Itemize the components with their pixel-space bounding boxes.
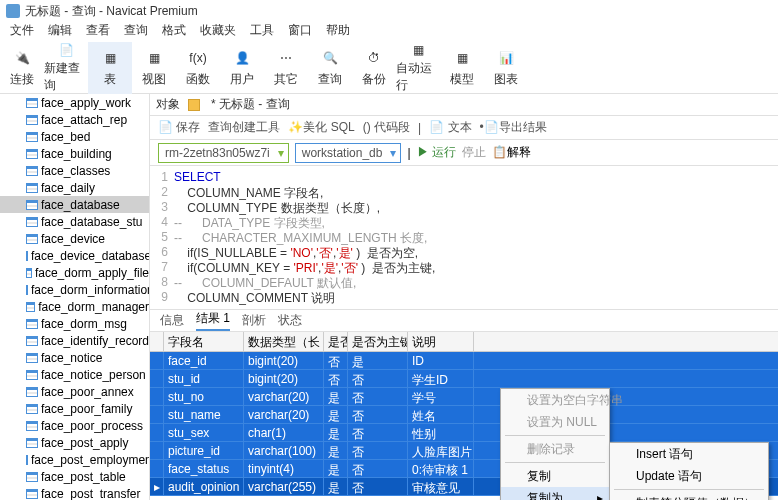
- menu-view[interactable]: 查看: [86, 22, 110, 42]
- menu-fav[interactable]: 收藏夹: [200, 22, 236, 42]
- title-bar: 无标题 - 查询 - Navicat Premium: [0, 0, 778, 22]
- col-header[interactable]: 是否为主键: [348, 332, 408, 351]
- grid-row[interactable]: stu_sexchar(1)是否性别: [150, 424, 778, 442]
- table-face_dorm_manager[interactable]: face_dorm_manager: [0, 298, 149, 315]
- table-icon: [26, 370, 38, 380]
- builder-button[interactable]: 查询创建工具: [208, 119, 280, 136]
- export-button[interactable]: •📄导出结果: [480, 119, 547, 136]
- toolbar-其它[interactable]: ⋯其它: [264, 42, 308, 94]
- table-icon: [26, 115, 38, 125]
- table-face_daily[interactable]: face_daily: [0, 179, 149, 196]
- table-face_notice_person[interactable]: face_notice_person: [0, 366, 149, 383]
- table-face_identify_record[interactable]: face_identify_record: [0, 332, 149, 349]
- ctx-delete[interactable]: 删除记录: [501, 438, 609, 460]
- toolbar-连接[interactable]: 🔌连接: [0, 42, 44, 94]
- toolbar-函数[interactable]: f(x)函数: [176, 42, 220, 94]
- table-face_dorm_information[interactable]: face_dorm_information: [0, 281, 149, 298]
- toolbar-用户[interactable]: 👤用户: [220, 42, 264, 94]
- ctx-set-blank[interactable]: 设置为空白字符串: [501, 389, 609, 411]
- table-icon: [26, 234, 38, 244]
- table-face_dorm_msg[interactable]: face_dorm_msg: [0, 315, 149, 332]
- menu-edit[interactable]: 编辑: [48, 22, 72, 42]
- context-submenu: Insert 语句 Update 语句 制表符分隔值（数据） 制表符分隔值（字段…: [609, 442, 769, 500]
- beautify-button[interactable]: ✨美化 SQL: [288, 119, 354, 136]
- table-face_post_table[interactable]: face_post_table: [0, 468, 149, 485]
- table-icon: [26, 472, 38, 482]
- database-combo[interactable]: workstation_db: [295, 143, 402, 163]
- table-face_poor_annex[interactable]: face_poor_annex: [0, 383, 149, 400]
- menu-tools[interactable]: 工具: [250, 22, 274, 42]
- sidebar-tree[interactable]: face_apply_workface_attach_repface_bedfa…: [0, 94, 150, 500]
- table-face_device[interactable]: face_device: [0, 230, 149, 247]
- menu-format[interactable]: 格式: [162, 22, 186, 42]
- table-icon: [26, 489, 38, 499]
- table-face_post_employmen[interactable]: face_post_employmen: [0, 451, 149, 468]
- table-face_poor_family[interactable]: face_poor_family: [0, 400, 149, 417]
- grid-header: 字段名数据类型（长是否为空是否为主键说明: [150, 332, 778, 352]
- toolbar-新建查询[interactable]: 📄新建查询: [44, 42, 88, 94]
- grid-row[interactable]: stu_idbigint(20)否否学生ID: [150, 370, 778, 388]
- col-header[interactable]: 说明: [408, 332, 474, 351]
- table-face_poor_process[interactable]: face_poor_process: [0, 417, 149, 434]
- table-face_dorm_apply_file[interactable]: face_dorm_apply_file: [0, 264, 149, 281]
- tab-bar: 对象 * 无标题 - 查询: [150, 94, 778, 116]
- table-face_post_transfer[interactable]: face_post_transfer: [0, 485, 149, 500]
- app-icon: [6, 4, 20, 18]
- grid-row[interactable]: stu_novarchar(20)是否学号: [150, 388, 778, 406]
- toolbar-备份[interactable]: ⏱备份: [352, 42, 396, 94]
- ctx-copy-as[interactable]: 复制为: [501, 487, 609, 500]
- menu-help[interactable]: 帮助: [326, 22, 350, 42]
- table-icon: [26, 268, 32, 278]
- tab-profile[interactable]: 剖析: [242, 312, 266, 329]
- toolbar-表[interactable]: ▦表: [88, 42, 132, 94]
- table-face_apply_work[interactable]: face_apply_work: [0, 94, 149, 111]
- col-header[interactable]: 是否为空: [324, 332, 348, 351]
- table-icon: [26, 319, 38, 329]
- menu-file[interactable]: 文件: [10, 22, 34, 42]
- toolbar-视图[interactable]: ▦视图: [132, 42, 176, 94]
- col-header[interactable]: 数据类型（长: [244, 332, 324, 351]
- table-icon: [26, 217, 38, 227]
- toolbar-模型[interactable]: ▦模型: [440, 42, 484, 94]
- snippet-button[interactable]: () 代码段: [363, 119, 410, 136]
- menu-query[interactable]: 查询: [124, 22, 148, 42]
- grid-row[interactable]: stu_namevarchar(20)是否姓名: [150, 406, 778, 424]
- tab-info[interactable]: 信息: [160, 312, 184, 329]
- sql-editor[interactable]: 1SELECT2 COLUMN_NAME 字段名,3 COLUMN_TYPE 数…: [150, 166, 778, 310]
- menu-window[interactable]: 窗口: [288, 22, 312, 42]
- table-face_database[interactable]: face_database: [0, 196, 149, 213]
- table-icon: [26, 98, 38, 108]
- tab-query[interactable]: * 无标题 - 查询: [211, 96, 290, 113]
- stop-button[interactable]: 停止: [462, 144, 486, 161]
- toolbar-图表[interactable]: 📊图表: [484, 42, 528, 94]
- ctx-insert-stmt[interactable]: Insert 语句: [610, 443, 768, 465]
- table-face_post_apply[interactable]: face_post_apply: [0, 434, 149, 451]
- ctx-update-stmt[interactable]: Update 语句: [610, 465, 768, 487]
- connection-combo[interactable]: rm-2zetn83n05wz7i: [158, 143, 289, 163]
- toolbar-自动运行[interactable]: ▦自动运行: [396, 42, 440, 94]
- toolbar-查询[interactable]: 🔍查询: [308, 42, 352, 94]
- text-button[interactable]: 📄 文本: [429, 119, 471, 136]
- table-face_bed[interactable]: face_bed: [0, 128, 149, 145]
- explain-button[interactable]: 📋解释: [492, 144, 531, 161]
- ctx-copy[interactable]: 复制: [501, 465, 609, 487]
- tab-status[interactable]: 状态: [278, 312, 302, 329]
- run-button[interactable]: ▶ 运行: [417, 144, 456, 161]
- table-face_building[interactable]: face_building: [0, 145, 149, 162]
- table-icon: [26, 387, 38, 397]
- table-face_attach_rep[interactable]: face_attach_rep: [0, 111, 149, 128]
- table-face_notice[interactable]: face_notice: [0, 349, 149, 366]
- save-button[interactable]: 📄 保存: [158, 119, 200, 136]
- col-header[interactable]: [150, 332, 164, 351]
- window-title: 无标题 - 查询 - Navicat Premium: [25, 3, 198, 20]
- tab-result1[interactable]: 结果 1: [196, 310, 230, 331]
- ctx-set-null[interactable]: 设置为 NULL: [501, 411, 609, 433]
- table-face_classes[interactable]: face_classes: [0, 162, 149, 179]
- grid-row[interactable]: face_idbigint(20)否是ID: [150, 352, 778, 370]
- table-face_device_database[interactable]: face_device_database: [0, 247, 149, 264]
- table-icon: [26, 438, 38, 448]
- ctx-tsv-data[interactable]: 制表符分隔值（数据）: [610, 492, 768, 500]
- table-face_database_stu[interactable]: face_database_stu: [0, 213, 149, 230]
- col-header[interactable]: 字段名: [164, 332, 244, 351]
- tab-objects[interactable]: 对象: [156, 96, 180, 113]
